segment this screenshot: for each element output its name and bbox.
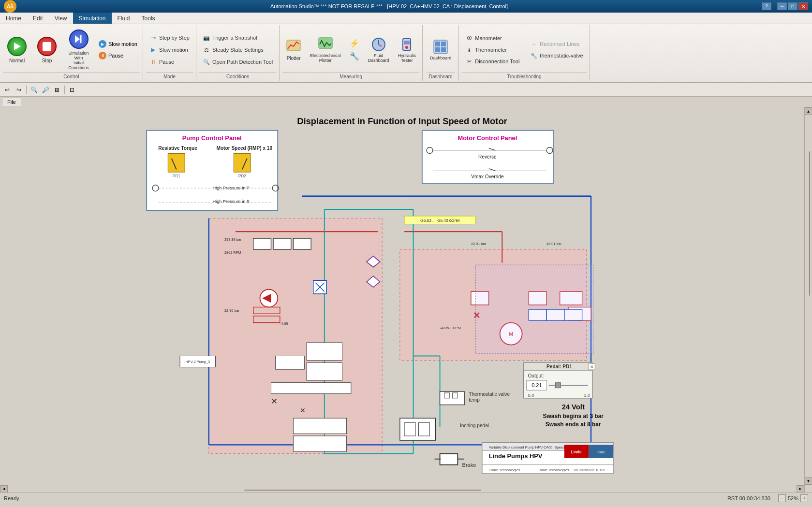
electrotechnical-button[interactable]: ElectrotechnicalPlotter bbox=[307, 34, 344, 65]
icon-btn-1[interactable]: ⚡ bbox=[346, 37, 363, 49]
tb2-zoom-out[interactable]: 🔎 bbox=[40, 85, 51, 95]
mode-inner-buttons: ⇥ Step by Step ▶ Slow motion ⏸ Pause bbox=[146, 27, 193, 72]
steady-state-icon: ⚖ bbox=[203, 46, 210, 54]
pause-button[interactable]: ⏸ Pause bbox=[96, 50, 140, 61]
horizontal-scrollbar: ◄ ► bbox=[0, 485, 804, 493]
comp-group-1[interactable] bbox=[307, 343, 342, 361]
simulation-initial-button[interactable]: Simulation WithInitial Conditions bbox=[63, 27, 94, 72]
pedal-max: 1.0 bbox=[584, 393, 590, 398]
menubar: Home Edit View Simulation Fluid Tools bbox=[0, 13, 812, 24]
valve-3[interactable] bbox=[293, 238, 311, 249]
menu-fluid[interactable]: Fluid bbox=[112, 13, 136, 24]
slow-motion-mode-button[interactable]: ▶ Slow motion bbox=[146, 44, 193, 55]
inching-label: Inching pedal bbox=[460, 423, 489, 428]
slow-motion-button[interactable]: ▶ Slow motion bbox=[96, 39, 140, 49]
play-icon bbox=[11, 41, 23, 52]
tb2-select[interactable]: ⊡ bbox=[67, 85, 77, 95]
inching-inner1 bbox=[404, 422, 415, 436]
zoom-out-btn[interactable]: − bbox=[778, 494, 786, 502]
x-symbol-3: ✕ bbox=[300, 407, 306, 414]
plotter-button[interactable]: Plotter bbox=[282, 37, 305, 63]
ext-conn-text: HPV-2 Pump_3 bbox=[186, 360, 210, 364]
menu-edit[interactable]: Edit bbox=[27, 13, 49, 24]
pedal-title: Pedal: PD1 bbox=[546, 364, 572, 369]
value-4: -4.99 bbox=[280, 321, 288, 326]
swash-end-label: Swash ends at 8 bar bbox=[546, 421, 601, 428]
toolbar-separator-2 bbox=[64, 86, 65, 94]
value-r3: -4225.1 RPM bbox=[440, 326, 461, 330]
scroll-right-button[interactable]: ► bbox=[797, 485, 804, 493]
svg-rect-15 bbox=[441, 47, 446, 52]
tb2-redo[interactable]: ↪ bbox=[14, 85, 24, 95]
comp-grid-1[interactable] bbox=[293, 418, 346, 434]
disconnection-tool-button[interactable]: ✂ Disconnection Tool bbox=[462, 56, 523, 67]
minimize-button[interactable]: ─ bbox=[777, 2, 787, 10]
scroll-up-button[interactable]: ▲ bbox=[805, 107, 812, 115]
pause-mode-button[interactable]: ⏸ Pause bbox=[146, 57, 193, 67]
manometer-button[interactable]: ⦿ Manometer bbox=[462, 33, 523, 43]
icon-btn-2[interactable]: 🔧 bbox=[346, 50, 363, 62]
stop-button[interactable]: Stop bbox=[33, 34, 61, 66]
repair-tool-button[interactable]: 🔧 thermostatic-valve bbox=[527, 50, 586, 61]
comp-grid-2[interactable] bbox=[293, 436, 346, 451]
open-path-button[interactable]: 🔍 Open Path Detection Tool bbox=[199, 57, 276, 67]
camera-icon: 📷 bbox=[203, 34, 210, 42]
zoom-controls: − 52% + bbox=[778, 494, 808, 502]
fluid-dashboard-icon bbox=[371, 37, 386, 52]
maximize-button[interactable]: □ bbox=[788, 2, 797, 10]
valve-2[interactable] bbox=[273, 238, 291, 249]
simulation-initial-icon bbox=[69, 29, 89, 49]
scroll-down-button[interactable]: ▼ bbox=[805, 477, 812, 485]
pedal-x: ✕ bbox=[590, 364, 594, 369]
vscroll-thumb[interactable] bbox=[809, 151, 810, 296]
comp-grid-3[interactable] bbox=[271, 383, 351, 394]
conditions-label: Conditions bbox=[199, 72, 276, 79]
close-button[interactable]: ✕ bbox=[798, 2, 808, 10]
trigger-snapshot-button[interactable]: 📷 Trigger a Snapshot bbox=[199, 32, 276, 43]
normal-button[interactable]: Normal bbox=[3, 34, 31, 66]
brake-label: Brake bbox=[462, 462, 476, 468]
pedal-slider-thumb[interactable] bbox=[555, 383, 561, 388]
mode-label: Mode bbox=[146, 72, 193, 79]
menu-simulation[interactable]: Simulation bbox=[73, 13, 112, 24]
menu-tools[interactable]: Tools bbox=[136, 13, 161, 24]
brake-symbol[interactable] bbox=[440, 454, 458, 465]
ribbon: Normal Stop Simulation WithInitial Condi… bbox=[0, 24, 812, 83]
inching-inner2 bbox=[418, 422, 429, 436]
file-tab-button[interactable]: File bbox=[2, 98, 21, 106]
secondary-toolbar: ↩ ↪ 🔍 🔎 ⊞ ⊡ bbox=[0, 83, 812, 97]
help-button[interactable]: ? bbox=[762, 2, 771, 10]
canvas-area[interactable]: Displacement in Function of Input Speed … bbox=[0, 107, 804, 485]
comp-group-2[interactable] bbox=[307, 362, 342, 380]
fluid-dashboard-button[interactable]: FluidDashboard bbox=[365, 34, 393, 65]
valve-1[interactable] bbox=[253, 238, 271, 249]
tb2-zoom-in[interactable]: 🔍 bbox=[29, 85, 39, 95]
mode-buttons: ▶ Slow motion ⏸ Pause bbox=[96, 39, 140, 61]
reconnect-lines-button[interactable]: ↔ Reconnect Lines bbox=[527, 39, 586, 49]
volt-label: 24 Volt bbox=[562, 403, 585, 411]
hydraulic-tester-icon bbox=[399, 37, 414, 52]
dashboard-button[interactable]: Dashboard bbox=[427, 37, 455, 63]
scroll-left-button[interactable]: ◄ bbox=[0, 485, 8, 493]
troubleshooting-label: Troubleshooting bbox=[462, 72, 586, 79]
value-r2: 45.01 bar bbox=[546, 242, 562, 246]
step-by-step-button[interactable]: ⇥ Step by Step bbox=[146, 32, 193, 43]
toolbar-separator-1 bbox=[26, 86, 27, 94]
hscroll-thumb[interactable] bbox=[244, 490, 481, 491]
svg-rect-13 bbox=[441, 42, 446, 46]
hydraulic-tester-button[interactable]: HydraulicTester bbox=[395, 34, 420, 65]
svg-marker-1 bbox=[75, 35, 80, 43]
thermometer-button[interactable]: 🌡 Thermometer bbox=[462, 44, 523, 55]
tb2-undo[interactable]: ↩ bbox=[2, 85, 13, 95]
normal-icon bbox=[7, 37, 27, 56]
step-by-step-icon: ⇥ bbox=[149, 34, 157, 42]
comp-group-3[interactable] bbox=[276, 356, 305, 370]
menu-view[interactable]: View bbox=[49, 13, 73, 24]
menu-home[interactable]: Home bbox=[0, 13, 27, 24]
svg-rect-14 bbox=[435, 47, 440, 52]
tb2-fit[interactable]: ⊞ bbox=[52, 85, 62, 95]
zoom-in-btn[interactable]: + bbox=[800, 494, 808, 502]
vmax-label: Vmax Override bbox=[471, 174, 504, 179]
diagram-canvas: Displacement in Function of Input Speed … bbox=[0, 107, 804, 485]
steady-state-button[interactable]: ⚖ Steady State Settings bbox=[199, 44, 276, 55]
